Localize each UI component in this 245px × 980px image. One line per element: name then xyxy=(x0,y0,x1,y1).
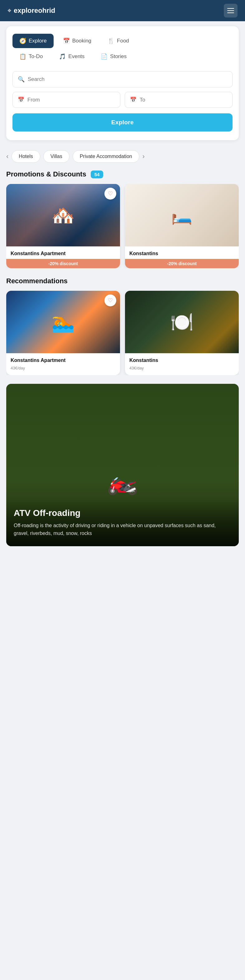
main-search-card: 🧭 Explore 📅 Booking 🍴 Food 📋 To-Do 🎵 Eve… xyxy=(6,26,239,140)
rec-card-2-name: Konstantins xyxy=(130,358,234,363)
promotions-title: Promotions & Discounts xyxy=(6,170,86,178)
search-box: 🔍 xyxy=(13,71,232,88)
tab-food[interactable]: 🍴 Food xyxy=(101,34,136,48)
events-icon: 🎵 xyxy=(59,53,66,60)
rec-card-1-favorite-button[interactable]: ♡ xyxy=(104,294,116,306)
promo-card-1-favorite-button[interactable]: ♡ xyxy=(104,188,116,200)
atv-banner-title: ATV Off-roading xyxy=(14,508,231,518)
promo-card-1-image xyxy=(6,184,120,247)
rec-card-1-price: 43€/day xyxy=(11,365,115,371)
recommendations-header: Recommendations xyxy=(6,277,239,285)
calendar-from-icon: 📅 xyxy=(18,97,24,103)
todo-icon: 📋 xyxy=(19,53,26,60)
nav-tabs-row-1: 🧭 Explore 📅 Booking 🍴 Food xyxy=(13,34,232,48)
rec-card-1: ♡ Konstantins Apartment 43€/day xyxy=(6,291,120,375)
promotions-cards-row: ♡ -20% discount Konstantins Apartment 43… xyxy=(6,184,239,268)
promo-card-1-discount-banner: -20% discount xyxy=(6,259,120,268)
recommendations-cards-row: ♡ Konstantins Apartment 43€/day Konstant… xyxy=(6,291,239,375)
tab-events[interactable]: 🎵 Events xyxy=(52,49,91,64)
category-villas[interactable]: Villas xyxy=(43,150,70,163)
booking-icon: 📅 xyxy=(63,38,70,45)
from-date-field: 📅 xyxy=(13,92,120,108)
date-row: 📅 📅 xyxy=(13,92,232,108)
to-date-input[interactable] xyxy=(140,97,227,103)
promo-card-1-name: Konstantins Apartment xyxy=(11,251,115,256)
promotions-section: Promotions & Discounts 54 ♡ -20% discoun… xyxy=(0,170,245,268)
logo-icon: ⌖ xyxy=(8,6,11,15)
promotions-badge: 54 xyxy=(91,170,103,178)
promo-card-2-name: Konstantins xyxy=(130,251,234,256)
rec-card-1-body: Konstantins Apartment 43€/day xyxy=(6,353,120,375)
rec-card-2-body: Konstantins 43€/day xyxy=(125,353,239,375)
rec-card-1-image xyxy=(6,291,120,353)
rec-card-2-price: 43€/day xyxy=(130,365,234,371)
category-hotels[interactable]: Hotels xyxy=(11,150,40,163)
recommendations-title: Recommendations xyxy=(6,277,68,285)
tab-booking[interactable]: 📅 Booking xyxy=(56,34,98,48)
category-row: ‹ Hotels Villas Private Accommodation › xyxy=(0,145,245,168)
rec-card-2-image xyxy=(125,291,239,353)
promo-card-2-image xyxy=(125,184,239,247)
search-input[interactable] xyxy=(28,76,227,83)
tab-stories[interactable]: 📄 Stories xyxy=(94,49,133,64)
tab-todo[interactable]: 📋 To-Do xyxy=(13,49,49,64)
explore-icon: 🧭 xyxy=(19,38,26,45)
search-icon: 🔍 xyxy=(18,76,25,83)
logo-text: exploreohrid xyxy=(14,6,55,15)
calendar-to-icon: 📅 xyxy=(130,97,136,103)
atv-banner-overlay: ATV Off-roading Off-roading is the activ… xyxy=(6,499,239,546)
to-date-field: 📅 xyxy=(125,92,232,108)
tab-explore[interactable]: 🧭 Explore xyxy=(13,34,54,48)
atv-banner: ATV Off-roading Off-roading is the activ… xyxy=(6,384,239,546)
logo: ⌖ exploreohrid xyxy=(8,6,55,15)
promo-card-2-discount-banner: -20% discount xyxy=(125,259,239,268)
promo-card-1: ♡ -20% discount Konstantins Apartment 43… xyxy=(6,184,120,268)
category-private-accommodation[interactable]: Private Accommodation xyxy=(73,150,139,163)
menu-button[interactable] xyxy=(224,4,237,18)
promo-card-2: -20% discount Konstantins 43€/day xyxy=(125,184,239,268)
recommendations-section: Recommendations ♡ Konstantins Apartment … xyxy=(0,277,245,375)
from-date-input[interactable] xyxy=(27,97,115,103)
food-icon: 🍴 xyxy=(107,38,114,45)
category-next-button[interactable]: › xyxy=(142,153,145,161)
rec-card-2: Konstantins 43€/day xyxy=(125,291,239,375)
rec-card-1-name: Konstantins Apartment xyxy=(11,358,115,363)
atv-banner-description: Off-roading is the activity of driving o… xyxy=(14,522,231,538)
nav-tabs-row-2: 📋 To-Do 🎵 Events 📄 Stories xyxy=(13,49,232,64)
app-header: ⌖ exploreohrid xyxy=(0,0,245,21)
promotions-header: Promotions & Discounts 54 xyxy=(6,170,239,178)
category-prev-button[interactable]: ‹ xyxy=(6,153,8,161)
explore-button[interactable]: Explore xyxy=(13,113,232,132)
stories-icon: 📄 xyxy=(101,53,107,60)
